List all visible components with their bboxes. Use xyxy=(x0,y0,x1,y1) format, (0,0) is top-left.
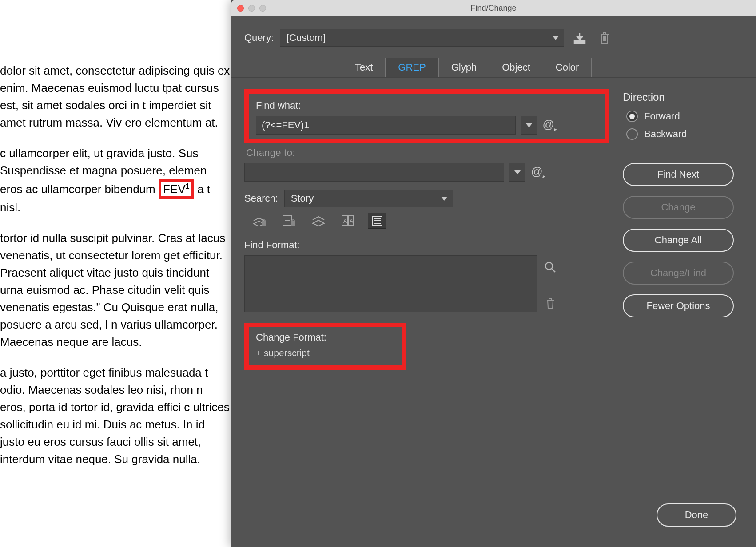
svg-point-15 xyxy=(545,336,553,343)
done-button[interactable]: Done xyxy=(657,503,736,527)
clear-change-format-button[interactable] xyxy=(543,370,557,384)
change-all-button[interactable]: Change All xyxy=(623,229,734,252)
chevron-down-icon xyxy=(436,190,453,207)
document-canvas: dolor sit amet, consectetur adipiscing q… xyxy=(0,18,231,481)
search-scope-select[interactable]: Story xyxy=(284,190,453,207)
direction-forward-radio[interactable]: Forward xyxy=(626,111,743,122)
save-query-button[interactable] xyxy=(570,28,589,47)
find-next-button[interactable]: Find Next xyxy=(623,163,734,186)
find-what-label: Find what: xyxy=(256,100,598,111)
include-master-pages-toggle[interactable]: AA xyxy=(338,213,357,229)
svg-rect-4 xyxy=(291,221,295,226)
tab-text[interactable]: Text xyxy=(342,58,386,77)
include-locked-stories-toggle[interactable] xyxy=(280,213,298,229)
zoom-window-icon xyxy=(259,5,266,12)
query-row: Query: [Custom] xyxy=(244,28,743,47)
change-to-history[interactable] xyxy=(509,163,525,182)
minimize-window-icon xyxy=(248,5,255,12)
svg-point-13 xyxy=(545,262,553,270)
para-2: c ullamcorper elit, ut gravida justo. Su… xyxy=(0,145,231,216)
find-what-value: (?<=FEV)1 xyxy=(262,119,310,131)
para-4: a justo, porttitor eget finibus malesuad… xyxy=(0,364,231,468)
svg-rect-0 xyxy=(262,221,266,226)
clear-find-format-button[interactable] xyxy=(543,297,557,311)
delete-query-button[interactable] xyxy=(595,28,614,47)
fev-superscript: 1 xyxy=(186,182,190,190)
change-button: Change xyxy=(623,196,734,219)
find-what-highlight: Find what: (?<=FEV)1 @▸ xyxy=(244,89,609,143)
fev-highlight: FEV1 xyxy=(159,179,194,199)
change-to-input[interactable] xyxy=(244,163,504,182)
fev-text: FEV xyxy=(163,182,186,196)
search-scope-value: Story xyxy=(291,193,314,204)
chevron-down-icon xyxy=(547,29,564,46)
change-special-chars-button[interactable]: @▸ xyxy=(531,165,545,179)
titlebar[interactable]: Find/Change xyxy=(231,0,756,16)
include-footnotes-toggle[interactable] xyxy=(368,213,386,229)
search-scope-label: Search: xyxy=(244,193,278,204)
fewer-options-button[interactable]: Fewer Options xyxy=(623,294,734,317)
change-format-value: + superscript xyxy=(256,348,395,358)
find-what-history[interactable] xyxy=(521,116,537,135)
svg-text:A: A xyxy=(343,218,347,224)
tab-grep[interactable]: GREP xyxy=(386,58,438,77)
change-find-button: Change/Find xyxy=(623,262,734,285)
find-format-box[interactable] xyxy=(244,255,537,312)
find-what-input[interactable]: (?<=FEV)1 xyxy=(256,116,516,135)
include-locked-layers-toggle[interactable] xyxy=(251,213,269,229)
change-format-highlight: Change Format: + superscript xyxy=(244,323,406,370)
svg-line-16 xyxy=(552,342,555,346)
change-to-label: Change to: xyxy=(246,147,609,159)
specify-find-format-button[interactable] xyxy=(543,260,557,274)
direction-label: Direction xyxy=(623,91,743,103)
query-value: [Custom] xyxy=(286,32,326,44)
find-change-dialog: Find/Change Query: [Custom] Text GREP Gl… xyxy=(231,0,756,547)
search-mode-tabs: Text GREP Glyph Object Color xyxy=(231,58,756,78)
para-1: dolor sit amet, consectetur adipiscing q… xyxy=(0,62,231,131)
include-hidden-layers-toggle[interactable] xyxy=(309,213,328,229)
search-options-row: AA xyxy=(244,213,609,229)
svg-line-14 xyxy=(552,269,555,272)
query-label: Query: xyxy=(244,32,274,44)
find-special-chars-button[interactable]: @▸ xyxy=(542,118,557,132)
query-select[interactable]: [Custom] xyxy=(280,29,564,47)
close-window-icon[interactable] xyxy=(237,5,244,12)
window-controls xyxy=(231,5,266,12)
specify-change-format-button[interactable] xyxy=(543,334,557,348)
tab-color[interactable]: Color xyxy=(543,58,592,77)
change-format-label: Change Format: xyxy=(256,332,395,343)
tab-object[interactable]: Object xyxy=(489,58,543,77)
window-title: Find/Change xyxy=(231,4,756,13)
direction-backward-label: Backward xyxy=(644,128,687,140)
svg-text:A: A xyxy=(350,218,353,224)
para-3: tortor id nulla suscipit pulvinar. Cras … xyxy=(0,230,231,351)
find-format-label: Find Format: xyxy=(244,239,609,251)
tab-glyph[interactable]: Glyph xyxy=(439,58,489,77)
direction-forward-label: Forward xyxy=(644,111,680,122)
direction-backward-radio[interactable]: Backward xyxy=(626,128,743,140)
